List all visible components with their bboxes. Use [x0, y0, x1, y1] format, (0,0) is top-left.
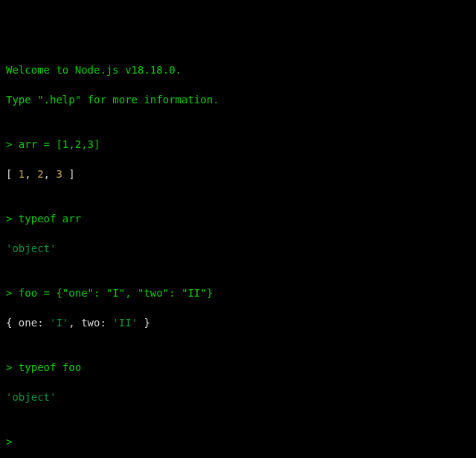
repl-line[interactable]: >: [6, 434, 470, 449]
prompt: >: [6, 361, 19, 373]
prompt: >: [6, 436, 19, 448]
input: typeof foo: [19, 361, 81, 373]
repl-line[interactable]: > typeof arr: [6, 211, 470, 226]
output-line: 'object': [6, 390, 470, 404]
output-line: { one: 'I', two: 'II' }: [6, 315, 470, 330]
help-line: Type ".help" for more information.: [6, 92, 470, 107]
prompt: >: [6, 213, 19, 225]
input: typeof arr: [19, 213, 81, 225]
prompt: >: [6, 287, 19, 299]
repl-line[interactable]: > foo = {"one": "I", "two": "II"}: [6, 286, 470, 300]
output-line: 'object': [6, 241, 470, 256]
input: arr = [1,2,3]: [19, 138, 100, 150]
prompt: >: [6, 138, 19, 150]
repl-line[interactable]: > arr = [1,2,3]: [6, 137, 470, 152]
output-line: [ 1, 2, 3 ]: [6, 167, 470, 181]
repl-line[interactable]: > typeof foo: [6, 360, 470, 375]
welcome-line: Welcome to Node.js v18.18.0.: [6, 62, 470, 77]
input: foo = {"one": "I", "two": "II"}: [19, 287, 213, 299]
